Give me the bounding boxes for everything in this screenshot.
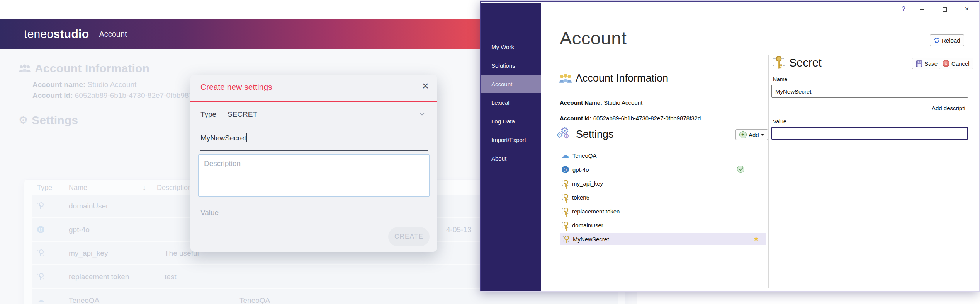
name-field-label: Name [773, 76, 787, 82]
key-icon [562, 236, 569, 243]
item-label: TeneoQA [572, 152, 597, 159]
section-title: Account Information [576, 72, 668, 84]
section-title: Settings [576, 128, 614, 140]
maximize-icon [943, 7, 947, 12]
create-button[interactable]: CREATE [388, 227, 430, 246]
type-select-underline [222, 128, 428, 128]
cloud-icon: ☁ [562, 152, 569, 159]
name-input-underline [200, 150, 428, 151]
settings-item-gpt-4o[interactable]: () gpt-4o [562, 164, 589, 175]
gears-icon: ⚙⚙⚙ [557, 126, 572, 142]
type-label: Type [200, 110, 216, 119]
sidebar-item-lexical[interactable]: Lexical [481, 94, 541, 112]
create-new-settings-modal: Create new settings × Type SECRET MyNewS… [190, 75, 437, 252]
sidebar-item-account[interactable]: Account [481, 75, 541, 93]
secret-key-icon [772, 55, 786, 70]
account-information-section-header: Account Information [559, 72, 668, 84]
modal-title-divider [190, 101, 437, 102]
panel-divider [768, 55, 769, 288]
description-textarea[interactable] [198, 154, 430, 197]
value-input[interactable]: Value [200, 208, 219, 217]
page-title: Account [560, 27, 627, 49]
sidebar-item-about[interactable]: About [481, 150, 541, 167]
reload-label: Reload [942, 37, 960, 44]
account-id-value: 6052ab89-6b1b-4730-82e7-0fbb9878f32d [593, 115, 701, 121]
settings-item-mynewsecret-selected[interactable]: MyNewSecret ★ [560, 233, 766, 245]
reload-button[interactable]: Reload [930, 34, 964, 46]
chevron-down-icon[interactable] [420, 111, 425, 116]
gpt-icon: () [562, 166, 569, 173]
people-group-icon [559, 73, 572, 84]
key-icon [562, 208, 569, 215]
minimize-button[interactable] [917, 4, 927, 14]
cancel-button[interactable]: × Cancel [939, 58, 973, 69]
sidebar-item-my-work[interactable]: My Work [481, 38, 541, 56]
settings-item-replacement-token[interactable]: replacement token [562, 206, 620, 217]
account-name-line: Account Name: Studio Account [560, 99, 642, 106]
header-page-label: Account [99, 30, 127, 39]
close-button[interactable]: × [962, 4, 972, 14]
save-button[interactable]: Save [912, 58, 941, 69]
key-icon [562, 222, 569, 229]
save-label: Save [924, 60, 938, 67]
save-icon [916, 60, 922, 67]
cancel-icon: × [943, 60, 949, 67]
sidebar-item-import-export[interactable]: Import/Export [481, 131, 541, 149]
help-button[interactable]: ? [898, 4, 909, 14]
settings-item-domainuser[interactable]: domainUser [562, 220, 603, 231]
account-name-label: Account Name: [560, 99, 602, 106]
maximize-button[interactable] [939, 4, 949, 14]
setting-name-input[interactable]: MyNewSecret [200, 133, 247, 142]
check-badge-icon [737, 166, 744, 173]
type-select[interactable]: SECRET [228, 110, 257, 119]
item-label: replacement token [572, 208, 620, 215]
name-input[interactable] [771, 85, 968, 98]
item-label: MyNewSecret [573, 236, 609, 243]
logo-bold: studio [54, 27, 89, 40]
add-description-link[interactable]: Add descripti [932, 105, 965, 111]
teneo-studio-window: ? × My Work Solutions Account Lexical Lo… [480, 1, 979, 291]
close-icon[interactable]: × [422, 79, 429, 92]
value-input[interactable] [771, 127, 968, 140]
teneostudio-logo[interactable]: teneostudio [24, 27, 89, 41]
settings-item-mynewsecret[interactable]: MyNewSecret [562, 234, 609, 244]
text-cursor [778, 130, 778, 138]
cancel-label: Cancel [951, 60, 970, 67]
item-label: token5 [572, 194, 589, 201]
settings-item-my-api-key[interactable]: my_api_key [562, 178, 603, 189]
star-badge-icon: ★ [753, 235, 759, 243]
item-label: my_api_key [572, 180, 603, 187]
account-id-label: Account Id: [560, 115, 592, 121]
account-id-line: Account Id: 6052ab89-6b1b-4730-82e7-0fbb… [560, 115, 701, 121]
key-icon [562, 180, 569, 187]
sidebar-item-solutions[interactable]: Solutions [481, 57, 541, 75]
add-label: Add [749, 132, 759, 138]
add-circle-icon [739, 131, 747, 138]
value-input-underline [200, 223, 428, 223]
logo-light: teneo [24, 27, 54, 40]
minimize-icon [920, 9, 924, 10]
add-button[interactable]: Add [735, 129, 768, 140]
reload-icon [934, 37, 940, 43]
account-name-value: Studio Account [604, 99, 642, 106]
item-label: domainUser [572, 222, 603, 229]
sidebar: My Work Solutions Account Lexical Log Da… [481, 3, 541, 291]
setting-name-text: MyNewSecret [200, 134, 246, 142]
settings-item-token5[interactable]: token5 [562, 192, 589, 203]
item-label: gpt-4o [572, 166, 589, 173]
caret-down-icon [761, 134, 764, 136]
secret-panel-header: Secret [772, 55, 822, 70]
settings-section-header: ⚙⚙⚙ Settings [557, 126, 614, 142]
text-cursor [246, 133, 247, 142]
modal-title: Create new settings [200, 82, 272, 92]
settings-item-teneoqa[interactable]: ☁ TeneoQA [562, 150, 597, 161]
value-field-label: Value [773, 118, 786, 125]
key-icon [562, 194, 569, 201]
panel-title: Secret [789, 56, 822, 69]
sidebar-item-log-data[interactable]: Log Data [481, 113, 541, 130]
